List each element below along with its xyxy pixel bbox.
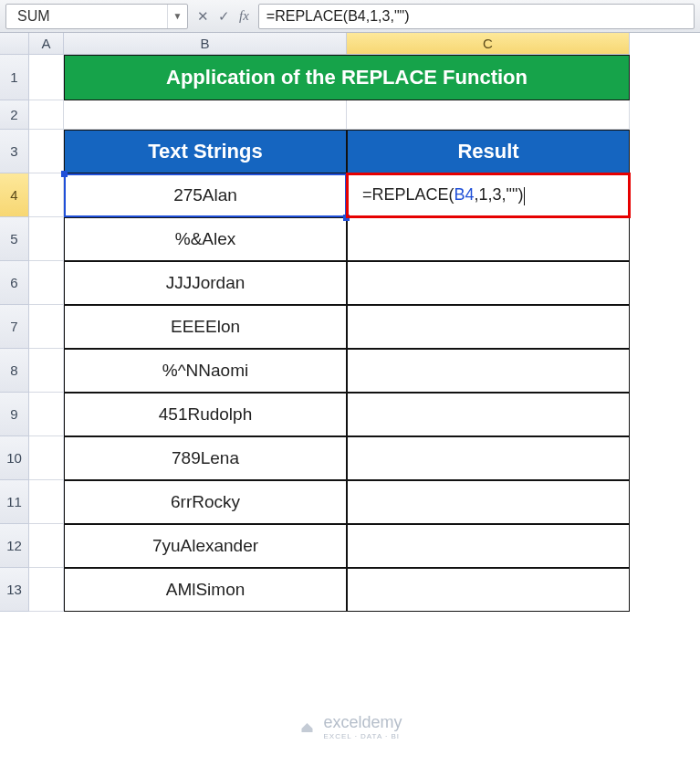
cell-c13[interactable]: [347, 568, 630, 612]
header-result[interactable]: Result: [347, 130, 630, 173]
formula-bar: SUM ▼ ✕ ✓ fx =REPLACE(B4,1,3,""): [0, 0, 700, 33]
watermark: exceldemy EXCEL · DATA · BI: [298, 713, 402, 740]
cell-b4[interactable]: 275Alan: [64, 173, 347, 217]
col-header-c[interactable]: C: [347, 33, 630, 55]
text-cursor: [524, 187, 525, 205]
cell-a5[interactable]: [29, 217, 64, 261]
row-header-4[interactable]: 4: [0, 173, 29, 217]
cell-c10[interactable]: [347, 436, 630, 480]
col-header-b[interactable]: B: [64, 33, 347, 55]
row-header-8[interactable]: 8: [0, 349, 29, 393]
cell-a2[interactable]: [29, 100, 64, 130]
cell-c5[interactable]: [347, 217, 630, 261]
name-box[interactable]: SUM ▼: [5, 4, 188, 29]
cell-b5[interactable]: %&Alex: [64, 217, 347, 261]
cell-a11[interactable]: [29, 480, 64, 524]
enter-icon[interactable]: ✓: [218, 8, 230, 25]
cell-a10[interactable]: [29, 436, 64, 480]
cell-c2[interactable]: [347, 100, 630, 130]
cell-c9[interactable]: [347, 393, 630, 436]
formula-input[interactable]: =REPLACE(B4,1,3,""): [258, 4, 695, 29]
cell-b7[interactable]: EEEElon: [64, 305, 347, 349]
cell-a6[interactable]: [29, 261, 64, 305]
row-header-10[interactable]: 10: [0, 436, 29, 480]
row-header-5[interactable]: 5: [0, 217, 29, 261]
cell-b10[interactable]: 789Lena: [64, 436, 347, 480]
cell-b8[interactable]: %^NNaomi: [64, 349, 347, 393]
watermark-tagline: EXCEL · DATA · BI: [323, 732, 402, 740]
cell-a8[interactable]: [29, 349, 64, 393]
fx-icon[interactable]: fx: [239, 8, 249, 24]
header-text-strings[interactable]: Text Strings: [64, 130, 347, 173]
formula-bar-buttons: ✕ ✓ fx: [197, 8, 249, 25]
cell-c4-formula: =REPLACE(B4,1,3,""): [353, 185, 623, 205]
cell-a13[interactable]: [29, 568, 64, 612]
row-header-9[interactable]: 9: [0, 393, 29, 436]
cell-c12[interactable]: [347, 524, 630, 568]
cell-b12[interactable]: 7yuAlexander: [64, 524, 347, 568]
cell-c6[interactable]: [347, 261, 630, 305]
row-header-13[interactable]: 13: [0, 568, 29, 612]
spreadsheet-grid: A B C 1 Application of the REPLACE Funct…: [0, 33, 700, 612]
cell-a1[interactable]: [29, 55, 64, 100]
formula-input-text: =REPLACE(B4,1,3,""): [266, 8, 410, 25]
cell-a4[interactable]: [29, 173, 64, 217]
cell-c8[interactable]: [347, 349, 630, 393]
selection-handle-br: [343, 215, 350, 221]
cell-b13[interactable]: AMlSimon: [64, 568, 347, 612]
row-header-6[interactable]: 6: [0, 261, 29, 305]
cell-b6[interactable]: JJJJordan: [64, 261, 347, 305]
name-box-dropdown[interactable]: ▼: [167, 5, 187, 28]
row-header-3[interactable]: 3: [0, 130, 29, 173]
name-box-value: SUM: [6, 8, 167, 25]
select-all-corner[interactable]: [0, 33, 29, 55]
row-header-7[interactable]: 7: [0, 305, 29, 349]
cancel-icon[interactable]: ✕: [197, 8, 209, 25]
row-header-12[interactable]: 12: [0, 524, 29, 568]
row-header-2[interactable]: 2: [0, 100, 29, 130]
cell-a9[interactable]: [29, 393, 64, 436]
col-header-a[interactable]: A: [29, 33, 64, 55]
cell-a7[interactable]: [29, 305, 64, 349]
cell-b11[interactable]: 6rrRocky: [64, 480, 347, 524]
watermark-brand: exceldemy: [323, 713, 402, 732]
selection-handle-tl: [61, 171, 68, 177]
cell-b2[interactable]: [64, 100, 347, 130]
cell-c4[interactable]: =REPLACE(B4,1,3,""): [347, 173, 630, 217]
watermark-logo-icon: [298, 718, 316, 736]
cell-c11[interactable]: [347, 480, 630, 524]
row-header-11[interactable]: 11: [0, 480, 29, 524]
cell-b9[interactable]: 451Rudolph: [64, 393, 347, 436]
cell-c7[interactable]: [347, 305, 630, 349]
row-header-1[interactable]: 1: [0, 55, 29, 100]
title-cell[interactable]: Application of the REPLACE Function: [64, 55, 630, 100]
cell-a3[interactable]: [29, 130, 64, 173]
cell-a12[interactable]: [29, 524, 64, 568]
